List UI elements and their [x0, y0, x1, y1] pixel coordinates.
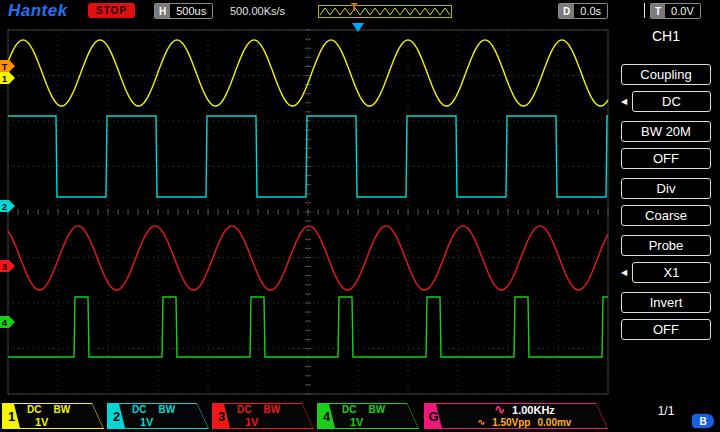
- usb-letter: B: [699, 416, 706, 427]
- generator-offset: 0.00mv: [537, 417, 571, 428]
- timebase-key: H: [155, 4, 170, 18]
- trigger-position-marker[interactable]: [352, 23, 364, 32]
- trace-ch1: [8, 40, 608, 106]
- channel4-badge[interactable]: 4 DC BW 1V: [317, 403, 419, 429]
- channel1-number: 1: [3, 404, 20, 428]
- level-marker-label: 1: [2, 74, 7, 84]
- level-marker-label: T: [2, 62, 8, 72]
- oscilloscope-app: Hantek STOP H 500us 500.00Ks/s T D 0.0s …: [0, 0, 720, 432]
- level-marker-label: 4: [2, 318, 7, 328]
- menu-title: CH1: [621, 28, 711, 44]
- invert-value-button[interactable]: OFF: [621, 319, 711, 340]
- record-overview-bar[interactable]: T: [318, 5, 452, 18]
- generator-amplitude: 1.50Vpp: [492, 417, 530, 428]
- sine-wave-icon: ∿: [494, 405, 505, 415]
- generator-badge[interactable]: G ∿ 1.00KHz ∿ 1.50Vpp 0.00mv: [424, 403, 608, 429]
- generator-badge-body: G ∿ 1.00KHz ∿ 1.50Vpp 0.00mv: [425, 404, 607, 428]
- topbar-divider: [644, 3, 645, 18]
- channel4-bandwidth: BW: [368, 404, 385, 415]
- trigger-level-value: 0.0V: [665, 5, 700, 17]
- coupling-label: Coupling: [621, 64, 711, 85]
- bandwidth-label: BW 20M: [621, 121, 711, 142]
- channel4-number: 4: [318, 404, 335, 428]
- menu-item-probe: Probe ◀ X1: [621, 235, 711, 283]
- delay-key: D: [559, 4, 574, 18]
- run-state-badge[interactable]: STOP: [88, 3, 135, 18]
- channel3-badge[interactable]: 3 DC BW 1V: [212, 403, 314, 429]
- channel2-badge[interactable]: 2 DC BW 1V: [107, 403, 209, 429]
- trigger-key: T: [651, 4, 665, 18]
- left-arrow-icon: ◀: [621, 268, 632, 277]
- channel3-scale: 1V: [237, 416, 313, 428]
- menu-item-bandwidth: BW 20M OFF: [621, 121, 711, 169]
- top-status-bar: Hantek STOP H 500us 500.00Ks/s T D 0.0s …: [0, 0, 720, 22]
- invert-label: Invert: [621, 292, 711, 313]
- delay-readout[interactable]: D 0.0s: [558, 3, 608, 19]
- level-marker-label: 3: [2, 262, 7, 272]
- channel2-bandwidth: BW: [158, 404, 175, 415]
- level-marker-label: 2: [2, 202, 7, 212]
- channel3-badge-body: 3 DC BW 1V: [213, 404, 313, 428]
- channel3-info: DC BW 1V: [230, 404, 313, 428]
- channel2-coupling: DC: [132, 404, 146, 415]
- record-waveform-icon: [319, 6, 451, 17]
- soft-menu-panel: CH1 Coupling ◀ DC BW 20M OFF Div Coarse …: [612, 22, 720, 432]
- channel2-info: DC BW 1V: [125, 404, 208, 428]
- menu-item-div: Div Coarse: [621, 178, 711, 226]
- generator-label: G: [425, 404, 442, 428]
- channel3-bandwidth: BW: [263, 404, 280, 415]
- channel1-badge[interactable]: 1 DC BW 1V: [2, 403, 104, 429]
- channel2-badge-body: 2 DC BW 1V: [108, 404, 208, 428]
- probe-value-button[interactable]: X1: [632, 262, 711, 283]
- brand-logo: Hantek: [8, 1, 68, 21]
- probe-label: Probe: [621, 235, 711, 256]
- channel4-coupling: DC: [342, 404, 356, 415]
- trigger-level-readout[interactable]: T 0.0V: [650, 3, 701, 19]
- waveform-display: T1234: [0, 22, 612, 400]
- generator-info: ∿ 1.00KHz ∿ 1.50Vpp 0.00mv: [442, 404, 607, 428]
- channel4-badge-body: 4 DC BW 1V: [318, 404, 418, 428]
- delay-value: 0.0s: [574, 5, 607, 17]
- timebase-value: 500us: [170, 5, 212, 17]
- div-value-button[interactable]: Coarse: [621, 205, 711, 226]
- generator-frequency: 1.00KHz: [512, 404, 555, 416]
- channel1-badge-body: 1 DC BW 1V: [3, 404, 103, 428]
- usb-device-icon: B: [692, 414, 714, 428]
- timebase-readout[interactable]: H 500us: [154, 3, 213, 19]
- channel2-number: 2: [108, 404, 125, 428]
- channel3-coupling: DC: [237, 404, 251, 415]
- trigger-position-icon[interactable]: T: [351, 2, 357, 13]
- amplitude-icon: ∿: [478, 418, 486, 427]
- bandwidth-value-button[interactable]: OFF: [621, 148, 711, 169]
- channel-status-bar: 1 DC BW 1V 2 DC BW 1V: [0, 400, 612, 432]
- menu-item-invert: Invert OFF: [621, 292, 711, 340]
- channel4-info: DC BW 1V: [335, 404, 418, 428]
- channel1-coupling: DC: [27, 404, 41, 415]
- sample-rate-readout: 500.00Ks/s: [230, 5, 285, 17]
- menu-item-coupling: Coupling ◀ DC: [621, 64, 711, 112]
- channel4-scale: 1V: [342, 416, 418, 428]
- channel2-scale: 1V: [132, 416, 208, 428]
- channel3-number: 3: [213, 404, 230, 428]
- div-label: Div: [621, 178, 711, 199]
- channel1-bandwidth: BW: [53, 404, 70, 415]
- left-arrow-icon: ◀: [621, 97, 632, 106]
- graticule-and-traces: T1234: [0, 22, 612, 400]
- channel1-info: DC BW 1V: [20, 404, 103, 428]
- coupling-value-button[interactable]: DC: [632, 91, 711, 112]
- channel1-scale: 1V: [27, 416, 103, 428]
